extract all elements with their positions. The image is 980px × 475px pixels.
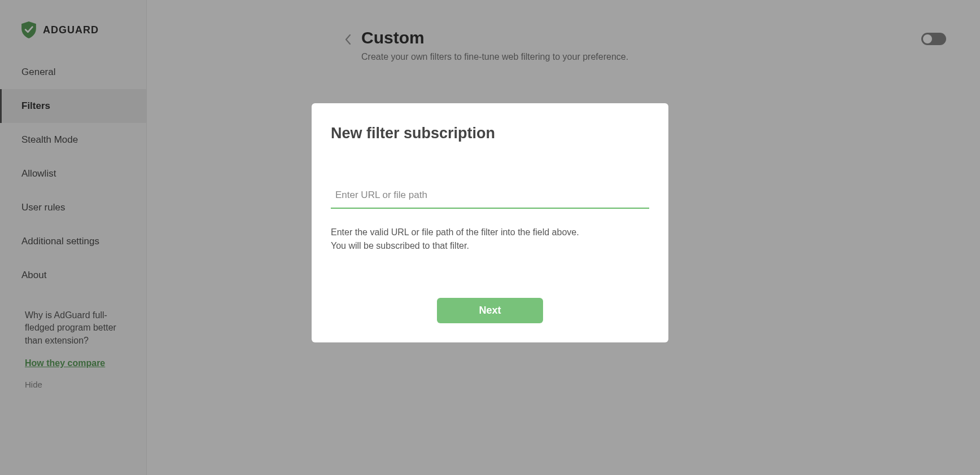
modal-overlay[interactable]: New filter subscription Enter the valid … xyxy=(0,0,980,475)
modal-title: New filter subscription xyxy=(331,125,649,142)
next-button[interactable]: Next xyxy=(437,298,542,323)
new-filter-subscription-modal: New filter subscription Enter the valid … xyxy=(312,103,668,342)
filter-url-field-wrapper xyxy=(331,187,649,209)
modal-help-text: Enter the valid URL or file path of the … xyxy=(331,226,649,253)
help-line-1: Enter the valid URL or file path of the … xyxy=(331,226,649,239)
filter-url-input[interactable] xyxy=(331,187,649,203)
modal-actions: Next xyxy=(331,298,649,323)
help-line-2: You will be subscribed to that filter. xyxy=(331,239,649,253)
